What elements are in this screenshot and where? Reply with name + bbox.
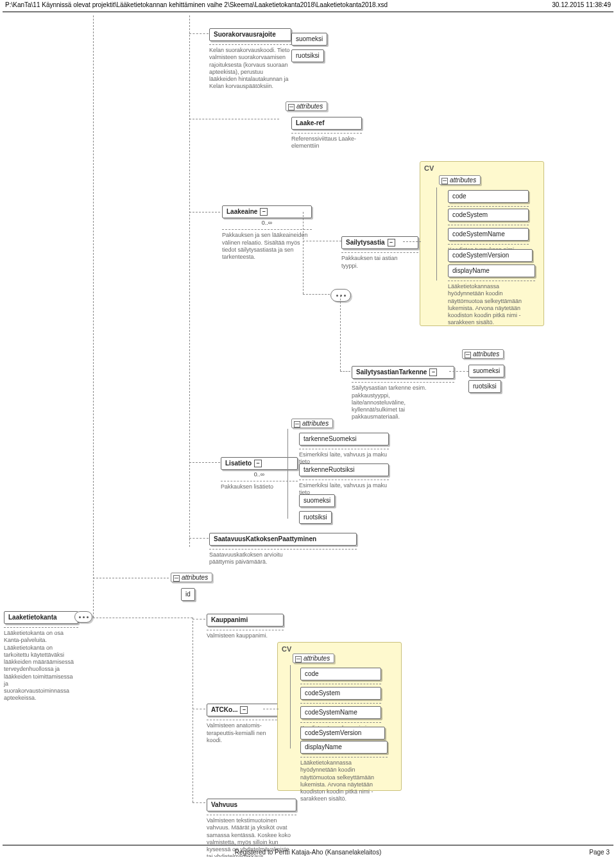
attr-id: id: [181, 588, 195, 601]
attributes-label: attributes: [462, 349, 504, 359]
connector: [263, 709, 278, 709]
node-label: Suorakorvausrajoite: [209, 28, 291, 41]
node-label: tarkenneRuotsiksi: [299, 463, 389, 476]
attr-displayname: displayName Lääketietokannassa hyödynnet…: [448, 264, 535, 327]
connector: [303, 294, 330, 295]
node-label: codeSystem: [300, 687, 381, 700]
node-desc: Valmisteen kauppanimi.: [207, 632, 277, 639]
connector: [449, 371, 468, 372]
attr-codesystemversion: codeSystemVersion: [448, 249, 533, 266]
element-laakeaine: Laakeaine 0..∞ Pakkauksen ja sen lääkeai…: [222, 205, 312, 261]
element-saatavuuskatkoksenpaattyminen: SaatavuusKatkoksenPaattyminen Saatavuusk…: [209, 533, 357, 566]
connector: [189, 33, 209, 34]
node-desc: Lääketietokannassa hyödynnetään koodin n…: [448, 283, 535, 327]
node-label: Laaketietokanta: [4, 611, 78, 624]
node-label: tarkenneSuomeksi: [299, 433, 389, 446]
connector: [93, 15, 94, 618]
node-label: Kauppanimi: [207, 614, 284, 627]
connector: [93, 578, 169, 578]
node-desc: Kelan suorakorvauskoodi. Tieto valmistee…: [209, 47, 291, 91]
node-label: Laake-ref: [291, 117, 362, 130]
header-divider: [3, 12, 613, 12]
node-desc: Saatavuuskatkoksen arvioitu päättymis pä…: [209, 551, 305, 566]
connector: [189, 538, 209, 539]
attributes-label: attributes: [286, 101, 327, 111]
connector: [290, 665, 291, 749]
connector: [403, 241, 421, 242]
expand-toggle-icon[interactable]: [260, 208, 268, 216]
registered-to: Registered to Pertti Kataja-Aho (Kansane…: [0, 849, 616, 856]
page-number: Page 3: [589, 849, 610, 856]
connector: [193, 619, 205, 619]
connector: [189, 462, 220, 463]
connector: [340, 371, 350, 372]
node-label: displayName: [300, 741, 388, 754]
file-path: P:\KanTa\11 Käynnissä olevat projektit\L…: [5, 1, 388, 8]
node-label: displayName: [448, 264, 535, 277]
node-label: code: [300, 668, 381, 680]
attr-ruotsiksi: ruotsiksi: [468, 380, 501, 393]
attr-tarkennesuomeksi: tarkenneSuomeksi Esimerkiksi laite, vahv…: [299, 433, 389, 466]
connector: [193, 802, 205, 803]
node-label: codeSystem: [448, 209, 529, 221]
connector: [193, 709, 205, 709]
cardinality: 0..∞: [221, 471, 298, 478]
cv-title: CV: [424, 164, 434, 172]
node-label: codeSystemName: [448, 228, 529, 241]
node-label: code: [448, 190, 529, 203]
node-desc: Referenssiviittaus Laake-elementtiin: [291, 135, 362, 150]
expand-toggle-icon[interactable]: [429, 368, 437, 376]
connector: [93, 618, 193, 618]
element-suorakorvausrajoite: Suorakorvausrajoite Kelan suorakorvausko…: [209, 28, 291, 91]
attr-ruotsiksi: ruotsiksi: [291, 49, 324, 62]
node-desc: Pakkauksen lisätieto: [221, 483, 291, 490]
node-label: SaatavuusKatkoksenPaattyminen: [209, 533, 357, 546]
attr-ruotsiksi: ruotsiksi: [299, 511, 332, 524]
attr-suomeksi: suomeksi: [291, 33, 327, 46]
element-laaketietokanta: Laaketietokanta Lääketietokanta on osa K…: [4, 611, 78, 702]
node-label: codeSystemVersion: [448, 249, 533, 262]
sequence-icon: [330, 289, 351, 302]
connector: [340, 295, 341, 371]
cardinality: 0..∞: [222, 220, 312, 226]
node-desc: Lääketietokanta on osa Kanta-palveluita.…: [4, 630, 74, 702]
node-label: Lisatieto: [221, 457, 298, 470]
attributes-label: attributes: [171, 573, 212, 582]
connector: [189, 119, 279, 119]
node-desc: Valmisteen anatomis-terapeuttis-kemialli…: [207, 722, 277, 744]
connector: [436, 187, 437, 281]
connector: [303, 241, 341, 241]
element-kauppanimi: Kauppanimi Valmisteen kauppanimi.: [207, 614, 284, 639]
connector: [287, 429, 288, 519]
attributes-label: attributes: [439, 175, 481, 185]
connector: [189, 212, 220, 212]
node-label: Sailytysastia: [341, 236, 418, 249]
page-footer: Registered to Pertti Kataja-Aho (Kansane…: [0, 847, 616, 857]
page-header: P:\KanTa\11 Käynnissä olevat projektit\L…: [0, 0, 616, 13]
element-sailytysastiantarkenne: SailytysastianTarkenne Säilytysastian ta…: [352, 366, 454, 421]
node-desc: Säilytysastian tarkenne esim. pakkaustyy…: [352, 385, 441, 420]
attributes-label: attributes: [293, 654, 334, 663]
attributes-label: attributes: [291, 419, 333, 428]
file-timestamp: 30.12.2015 11:38:49: [552, 1, 611, 8]
element-lisatieto: Lisatieto 0..∞ Pakkauksen lisätieto: [221, 457, 298, 491]
connector: [303, 212, 304, 294]
node-label: Vahvuus: [207, 799, 296, 811]
attr-tarkenneruotsiksi: tarkenneRuotsiksi Esimerkiksi laite, vah…: [299, 463, 389, 497]
element-laake-ref: Laake-ref Referenssiviittaus Laake-eleme…: [291, 117, 362, 150]
expand-toggle-icon[interactable]: [388, 239, 395, 247]
node-label: codeSystemVersion: [300, 727, 385, 740]
node-desc: Pakkauksen tai astian tyyppi.: [341, 255, 412, 270]
expand-toggle-icon[interactable]: [254, 460, 262, 467]
attr-suomeksi: suomeksi: [299, 494, 335, 507]
cv-title: CV: [282, 645, 291, 653]
node-label: Laakeaine: [222, 205, 312, 218]
expand-toggle-icon[interactable]: [240, 706, 248, 714]
footer-divider: [3, 845, 613, 845]
attr-displayname: displayName Lääketietokannassa hyödynnet…: [300, 741, 388, 803]
node-desc: Lääketietokannassa hyödynnetään koodin n…: [300, 759, 388, 803]
node-label: SailytysastianTarkenne: [352, 366, 454, 379]
connector: [189, 15, 190, 547]
node-desc: Pakkauksen ja sen lääkeaineiden välinen …: [222, 232, 312, 261]
node-label: codeSystemName: [300, 706, 381, 719]
